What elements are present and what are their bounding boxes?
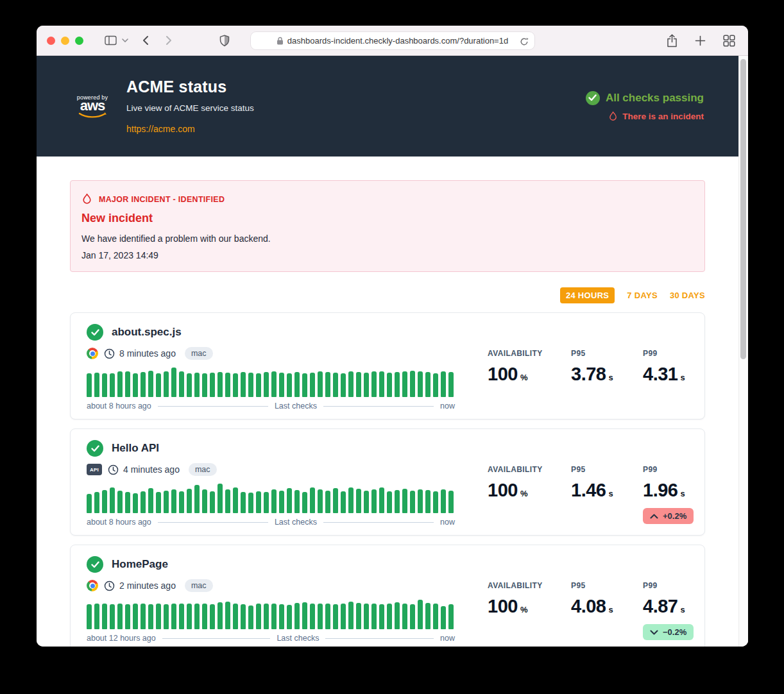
uptime-bar	[410, 371, 415, 397]
uptime-bar	[217, 602, 223, 629]
p95-value: 4.08s	[571, 596, 643, 617]
p99-label: P99	[643, 465, 694, 474]
uptime-bar	[164, 491, 169, 513]
page-title: ACME status	[126, 78, 254, 96]
uptime-bar	[210, 604, 215, 629]
uptime-bar	[418, 600, 423, 629]
uptime-bar	[156, 373, 161, 397]
check-card[interactable]: Hello API API 4 minutes ago mac about 8 …	[70, 428, 705, 536]
uptime-bar	[287, 488, 292, 513]
uptime-bar	[171, 489, 176, 513]
uptime-bar	[225, 373, 230, 397]
uptime-bar	[125, 492, 130, 513]
p99-value: 4.31s	[643, 364, 685, 385]
uptime-bar	[87, 494, 92, 513]
incident-severity: MAJOR INCIDENT - IDENTIFIED	[99, 195, 225, 204]
uptime-bar	[194, 373, 200, 397]
p95-value: 1.46s	[571, 480, 643, 501]
chrome-browser-icon	[87, 580, 98, 591]
uptime-bar	[233, 487, 238, 513]
location-badge: mac	[189, 463, 217, 476]
uptime-bar	[318, 371, 323, 397]
uptime-bar	[448, 604, 454, 629]
sidebar-toggle-button[interactable]	[105, 35, 117, 46]
new-tab-button[interactable]	[695, 35, 706, 46]
uptime-bar	[287, 373, 292, 397]
p95-label: P95	[571, 349, 643, 358]
uptime-bar	[210, 373, 215, 397]
aws-logo: powered by aws	[76, 94, 109, 119]
p95-label: P95	[571, 465, 643, 474]
zoom-window-button[interactable]	[75, 37, 83, 45]
check-card[interactable]: HomePage API 2 minutes ago mac about 12 …	[70, 545, 705, 647]
scrollbar-thumb[interactable]	[740, 59, 746, 359]
check-card[interactable]: about.spec.js API 8 minutes ago mac abou…	[70, 312, 705, 419]
close-window-button[interactable]	[47, 37, 55, 45]
availability-label: AVAILABILITY	[488, 581, 571, 590]
tab-24-hours[interactable]: 24 HOURS	[560, 287, 615, 303]
uptime-bar	[318, 489, 323, 513]
uptime-bar	[325, 491, 330, 513]
sidebar-menu-chevron-icon[interactable]	[122, 38, 128, 42]
uptime-bar	[341, 373, 346, 397]
uptime-bar	[117, 491, 123, 513]
check-name: HomePage	[112, 558, 168, 571]
uptime-bar	[302, 373, 307, 397]
incident-status-link[interactable]: There is an incident	[586, 111, 704, 122]
uptime-bar	[125, 604, 130, 629]
uptime-bar	[310, 604, 315, 629]
uptime-bar	[179, 491, 184, 513]
uptime-bar	[379, 371, 384, 397]
uptime-bar	[241, 492, 246, 513]
uptime-bar	[187, 373, 192, 397]
uptime-bar	[348, 487, 354, 513]
incident-title: New incident	[81, 212, 694, 225]
uptime-bar	[410, 491, 415, 513]
uptime-bar	[133, 604, 138, 629]
tab-overview-button[interactable]	[723, 35, 735, 47]
privacy-shield-icon[interactable]	[219, 35, 230, 47]
uptime-bar	[441, 371, 446, 397]
share-button[interactable]	[667, 34, 677, 47]
availability-label: AVAILABILITY	[488, 465, 571, 474]
uptime-bar	[148, 604, 153, 629]
uptime-bar	[425, 490, 430, 513]
axis-line	[323, 522, 434, 523]
chevron-up-icon	[650, 514, 658, 519]
uptime-bar	[156, 604, 161, 629]
uptime-bar	[94, 604, 99, 629]
uptime-bar	[379, 604, 384, 629]
browser-window: dashboards-incident.checkly-dashboards.c…	[37, 26, 748, 647]
customer-site-link[interactable]: https://acme.com	[126, 124, 195, 134]
uptime-bar	[341, 604, 346, 629]
axis-line	[158, 522, 268, 523]
clock-icon	[104, 580, 115, 591]
uptime-bar	[156, 492, 161, 513]
axis-start-label: about 8 hours ago	[87, 518, 151, 527]
chevron-down-icon	[650, 630, 658, 635]
uptime-bar	[302, 602, 307, 629]
uptime-bar	[441, 489, 446, 513]
tab-30-days[interactable]: 30 DAYS	[670, 291, 705, 300]
uptime-bar	[395, 372, 400, 397]
axis-end-label: now	[440, 634, 455, 643]
url-text: dashboards-incident.checkly-dashboards.c…	[287, 36, 508, 46]
axis-line	[158, 406, 268, 407]
uptime-bar	[110, 487, 115, 513]
uptime-bar	[194, 485, 200, 513]
uptime-bar	[87, 604, 92, 629]
forward-button[interactable]	[166, 35, 172, 46]
p95-label: P95	[571, 581, 643, 590]
overall-status-label: All checks passing	[606, 92, 704, 105]
reload-button[interactable]	[520, 37, 529, 46]
axis-line	[325, 638, 434, 639]
uptime-bar	[371, 371, 377, 397]
back-button[interactable]	[142, 35, 149, 46]
uptime-bar	[364, 373, 369, 397]
address-bar[interactable]: dashboards-incident.checkly-dashboards.c…	[250, 31, 535, 50]
p99-value: 1.96s	[643, 480, 694, 501]
minimize-window-button[interactable]	[61, 37, 69, 45]
location-badge: mac	[185, 579, 213, 592]
tab-7-days[interactable]: 7 DAYS	[627, 291, 658, 300]
uptime-bar	[179, 371, 184, 397]
